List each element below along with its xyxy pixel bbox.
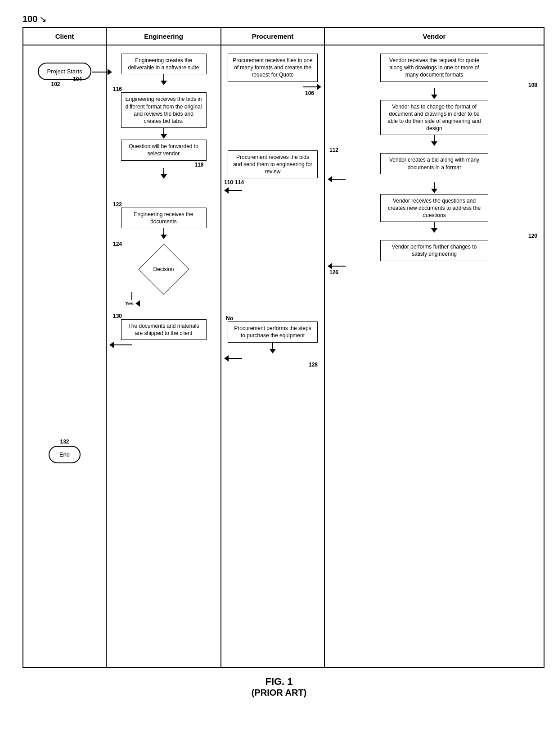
vendor-creates-bid-box: Vendor creates a bid along with many doc… — [380, 153, 488, 174]
project-starts-oval: Project Starts — [38, 63, 91, 80]
end-oval: End — [49, 446, 81, 463]
eng-creates-box: Engineering creates the deliverable in a… — [121, 54, 207, 74]
eng-receives-docs-box: Engineering receives the documents — [121, 208, 207, 228]
client-col: Project Starts 102 104 132 — [23, 45, 107, 667]
header-procurement: Procurement — [221, 28, 325, 45]
n130-label: 130 — [113, 313, 122, 319]
fig-label: FIG. 1 — [22, 676, 536, 688]
proc-receives-files-box: Procurement receives files in one of man… — [228, 54, 318, 82]
n120-label: 120 — [528, 233, 537, 239]
question-forwarded-box: Question will be forwarded to select ven… — [121, 140, 207, 160]
body-area: Project Starts 102 104 132 — [23, 45, 544, 667]
header-engineering: Engineering — [107, 28, 221, 45]
docs-shipped-box: The documents and materials are shipped … — [121, 319, 207, 340]
proc-receives-bids-box: Procurement receives the bids and send t… — [228, 150, 318, 179]
engineering-col: Engineering creates the deliverable in a… — [107, 45, 221, 667]
n132-label: 132 — [60, 439, 69, 445]
vendor-change-format-box: Vendor has to change the format of docum… — [380, 100, 488, 136]
proc-performs-box: Procurement performs the steps to purcha… — [228, 321, 318, 342]
yes-label: Yes — [125, 301, 134, 306]
header-client: Client — [23, 28, 107, 45]
n114-label: 114 — [235, 179, 244, 186]
header-vendor: Vendor — [325, 28, 544, 45]
page-ref-label: 100 — [22, 14, 37, 24]
header-row: Client Engineering Procurement Vendor — [23, 28, 544, 45]
n116-label: 116 — [113, 86, 122, 92]
n102-label: 102 — [51, 81, 60, 87]
n112-label: 112 — [329, 147, 338, 153]
decision-label: Decision — [153, 266, 174, 272]
no-label: No — [226, 315, 233, 321]
procurement-col: Procurement receives files in one of man… — [221, 45, 325, 667]
vendor-performs-box: Vendor performs further changes to satis… — [380, 240, 488, 261]
n110-label: 110 — [224, 179, 233, 186]
vendor-receives-questions-box: Vendor receives the questions and create… — [380, 194, 488, 222]
eng-receives-bids-box: Engineering receives the bids in differe… — [121, 92, 207, 128]
n118-label: 118 — [194, 162, 203, 168]
n124-label: 124 — [113, 241, 122, 247]
fig-sub: (PRIOR ART) — [22, 688, 536, 698]
diagram-container: Client Engineering Procurement Vendor Pr… — [22, 27, 544, 668]
n104-label: 104 — [73, 76, 82, 82]
n128-label: 128 — [309, 362, 318, 368]
n126-label: 126 — [329, 269, 338, 276]
vendor-col: Vendor receives the request for quote al… — [325, 45, 544, 667]
n122-label: 122 — [113, 201, 122, 208]
vendor-receives-rfq-box: Vendor receives the request for quote al… — [380, 54, 488, 82]
n106-label: 106 — [305, 90, 314, 96]
n108-label: 108 — [528, 82, 537, 88]
